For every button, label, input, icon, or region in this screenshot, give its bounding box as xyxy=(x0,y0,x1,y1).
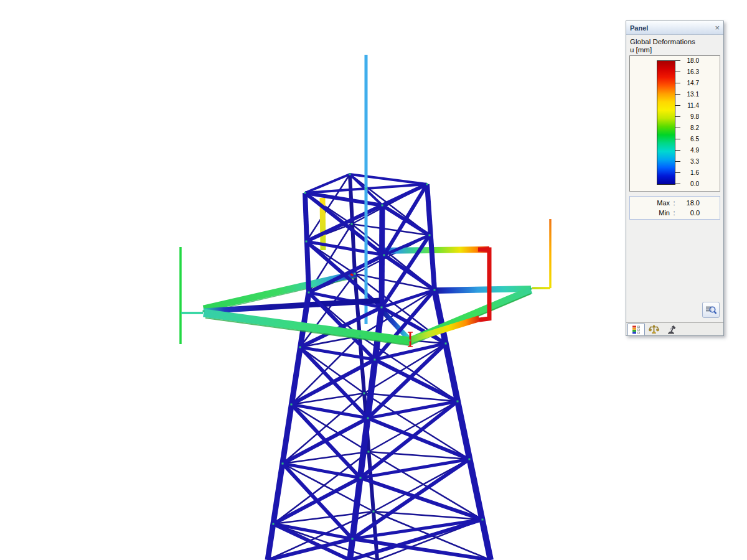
legend-tick: 4.9 xyxy=(675,147,699,153)
tab-factors[interactable] xyxy=(645,324,662,335)
color-scale-box: 18.016.314.713.111.49.88.26.54.93.31.60.… xyxy=(629,55,720,192)
legend-tick: 16.3 xyxy=(675,68,699,75)
magnifier-with-lines-icon xyxy=(705,305,717,315)
legend-tick: 0.0 xyxy=(675,180,699,187)
legend-tick: 1.6 xyxy=(675,169,699,175)
tab-filter[interactable] xyxy=(662,324,680,335)
tab-color-spectrum[interactable] xyxy=(627,324,645,335)
display-options-button[interactable] xyxy=(702,302,720,318)
results-panel: Panel × Global Deformations u [mm] 18.01… xyxy=(626,21,724,336)
balance-scale-icon xyxy=(649,325,659,335)
legend-tick: 3.3 xyxy=(675,158,699,164)
max-colon: : xyxy=(670,199,679,207)
max-value: 18.0 xyxy=(679,199,700,207)
lamp-icon xyxy=(666,325,677,335)
close-icon[interactable]: × xyxy=(715,24,720,31)
legend-tick: 6.5 xyxy=(675,136,699,142)
min-colon: : xyxy=(670,209,679,217)
panel-spacer xyxy=(629,220,720,302)
min-label: Min xyxy=(650,209,670,217)
max-label: Max xyxy=(650,199,670,207)
max-row: Max : 18.0 xyxy=(630,198,720,208)
minmax-box: Max : 18.0 Min : 0.0 xyxy=(629,196,720,220)
quantity-label: u [mm] xyxy=(630,46,720,54)
legend-tick: 9.8 xyxy=(675,113,699,119)
legend-tick: 14.7 xyxy=(675,80,699,86)
result-type-label: Global Deformations xyxy=(630,38,720,45)
legend-tick: 13.1 xyxy=(675,91,699,97)
min-row: Min : 0.0 xyxy=(630,208,720,218)
panel-body: Global Deformations u [mm] 18.016.314.71… xyxy=(626,35,723,322)
color-scale-gradient xyxy=(657,60,675,185)
legend-tick: 11.4 xyxy=(675,102,699,108)
min-value: 0.0 xyxy=(679,209,700,217)
legend-tick: 8.2 xyxy=(675,124,699,131)
panel-tabs xyxy=(626,322,723,335)
tower-back-lattice xyxy=(268,174,491,560)
legend-tick: 18.0 xyxy=(675,57,699,63)
color-scale-icon xyxy=(631,325,641,335)
color-scale-ticks: 18.016.314.713.111.49.88.26.54.93.31.60.… xyxy=(675,60,719,184)
panel-title: Panel xyxy=(630,24,715,32)
panel-titlebar[interactable]: Panel × xyxy=(626,21,723,35)
